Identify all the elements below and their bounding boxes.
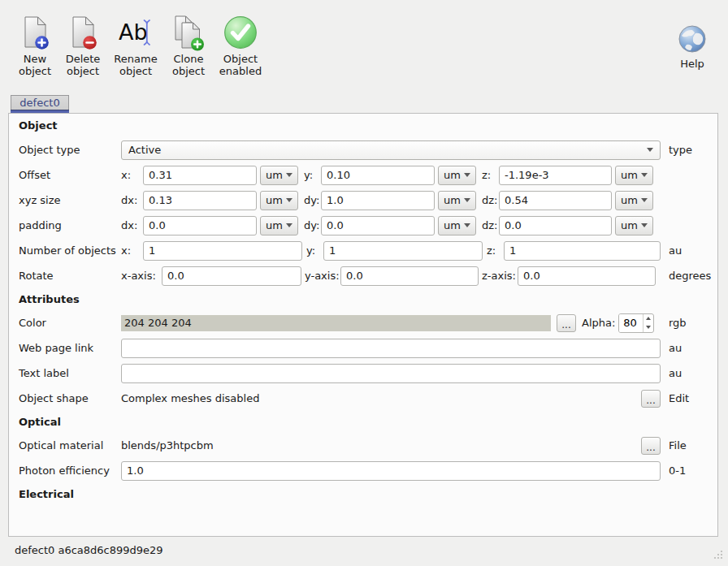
rename-object-button[interactable]: Ab Rename object <box>106 0 166 91</box>
offset-x-input[interactable] <box>143 166 257 185</box>
resize-grip-icon[interactable] <box>713 549 723 562</box>
web-page-link-input[interactable] <box>121 339 661 358</box>
object-enabled-toggle[interactable]: Object enabled <box>211 0 270 91</box>
color-value: 204 204 204 <box>124 317 192 329</box>
color-picker-button[interactable]: ... <box>557 314 576 332</box>
size-dz-input[interactable] <box>499 191 612 210</box>
web-page-link-unit: au <box>669 342 717 354</box>
offset-x-unit-dropdown[interactable]: um <box>260 166 298 185</box>
padding-dy-input[interactable] <box>321 216 435 235</box>
offset-z-label: z: <box>479 169 499 181</box>
row-padding: padding dx: um dy: um dz: um <box>9 213 717 238</box>
spin-up-button[interactable] <box>644 314 653 323</box>
photon-efficiency-input[interactable] <box>121 461 661 481</box>
size-dy-unit-dropdown[interactable]: um <box>438 191 476 210</box>
size-dx-label: dx: <box>121 194 143 206</box>
size-dz-unit-value: um <box>621 194 638 206</box>
section-optical-heading: Optical <box>19 416 61 428</box>
offset-z-input[interactable] <box>499 166 612 185</box>
object-shape-value: Complex meshes disabled <box>121 392 641 404</box>
text-label-input[interactable] <box>121 364 661 383</box>
help-button[interactable]: Help <box>667 0 717 70</box>
alpha-spinner[interactable] <box>618 313 654 333</box>
svg-text:Ab: Ab <box>119 19 148 45</box>
padding-dz-label: dz: <box>479 219 499 231</box>
offset-y-unit-dropdown[interactable]: um <box>438 166 476 185</box>
padding-dz-input[interactable] <box>499 216 612 235</box>
padding-dx-unit-dropdown[interactable]: um <box>260 216 298 235</box>
section-object-heading: Object <box>19 119 58 132</box>
clone-object-icon <box>171 13 206 52</box>
offset-z-unit-value: um <box>621 169 638 181</box>
ellipsis-icon: ... <box>646 441 655 454</box>
clone-object-label: Clone object <box>172 53 205 77</box>
offset-x-unit-value: um <box>266 169 283 181</box>
count-z-input[interactable] <box>504 241 661 261</box>
number-of-objects-label: Number of objects <box>19 244 121 257</box>
object-shape-edit-button[interactable]: ... <box>641 390 661 408</box>
row-object-type: Object type Active type <box>9 137 717 162</box>
optical-material-file-button[interactable]: ... <box>641 437 661 455</box>
offset-y-unit-value: um <box>444 169 461 181</box>
offset-label: Offset <box>19 169 121 181</box>
dropdown-arrow-icon <box>641 198 648 202</box>
size-dx-unit-value: um <box>266 194 283 206</box>
object-type-dropdown[interactable]: Active <box>121 140 661 160</box>
tab-defect0-label: defect0 <box>20 97 59 109</box>
alpha-input[interactable] <box>619 314 643 332</box>
delete-object-button[interactable]: Delete object <box>60 0 106 91</box>
toolbar: New object <box>0 0 728 91</box>
section-attributes-heading: Attributes <box>19 293 80 305</box>
optical-material-label: Optical material <box>19 439 121 452</box>
tab-defect0[interactable]: defect0 <box>11 95 69 113</box>
padding-dx-input[interactable] <box>143 216 257 235</box>
object-shape-unit: Edit <box>669 392 717 404</box>
size-dx-input[interactable] <box>143 191 257 210</box>
rotate-label: Rotate <box>19 270 121 282</box>
size-dy-input[interactable] <box>321 191 435 210</box>
size-dz-unit-dropdown[interactable]: um <box>615 191 653 210</box>
text-label-unit: au <box>669 367 717 379</box>
dropdown-arrow-icon <box>641 173 648 177</box>
object-type-label: Object type <box>19 144 121 156</box>
text-label-label: Text label <box>19 367 121 379</box>
count-x-input[interactable] <box>143 241 302 261</box>
object-type-unit: type <box>669 144 717 156</box>
row-xyz-size: xyz size dx: um dy: um dz: um <box>9 188 717 213</box>
padding-dz-unit-dropdown[interactable]: um <box>615 216 653 235</box>
color-swatch[interactable]: 204 204 204 <box>121 315 551 331</box>
padding-label: padding <box>19 219 121 231</box>
photon-efficiency-unit: 0-1 <box>669 464 717 477</box>
new-object-button[interactable]: New object <box>10 0 60 91</box>
photon-efficiency-label: Photon efficiency <box>19 464 121 477</box>
count-y-input[interactable] <box>323 241 483 261</box>
delete-object-icon <box>67 13 99 52</box>
row-number-of-objects: Number of objects x: y: z: au <box>9 238 717 263</box>
alpha-label: Alpha: <box>582 317 615 329</box>
delete-object-label: Delete object <box>66 53 101 77</box>
padding-dy-unit-dropdown[interactable]: um <box>438 216 476 235</box>
size-dx-unit-dropdown[interactable]: um <box>260 191 298 210</box>
rotate-y-input[interactable] <box>340 266 479 286</box>
padding-dy-unit-value: um <box>444 219 461 231</box>
rotate-x-input[interactable] <box>162 266 301 286</box>
spin-down-button[interactable] <box>644 323 653 332</box>
clone-object-button[interactable]: Clone object <box>166 0 211 91</box>
row-object-shape: Object shape Complex meshes disabled ...… <box>9 386 717 411</box>
xyz-size-label: xyz size <box>19 194 121 206</box>
rotate-z-input[interactable] <box>518 266 656 286</box>
status-text: defect0 a6ca8d6c899d9e29 <box>15 544 163 556</box>
dropdown-arrow-icon <box>286 223 292 227</box>
dropdown-arrow-icon <box>641 223 648 227</box>
row-photon-efficiency: Photon efficiency 0-1 <box>9 458 717 483</box>
web-page-link-label: Web page link <box>19 342 121 354</box>
section-electrical: Electrical <box>9 483 717 505</box>
padding-dx-unit-value: um <box>266 219 283 231</box>
row-web-page-link: Web page link au <box>9 335 717 361</box>
new-object-label: New object <box>19 53 51 77</box>
status-bar: defect0 a6ca8d6c899d9e29 <box>15 542 163 558</box>
offset-z-unit-dropdown[interactable]: um <box>615 166 653 185</box>
offset-y-input[interactable] <box>321 166 435 185</box>
rotate-x-label: x-axis: <box>121 270 162 282</box>
count-y-label: y: <box>302 244 323 257</box>
